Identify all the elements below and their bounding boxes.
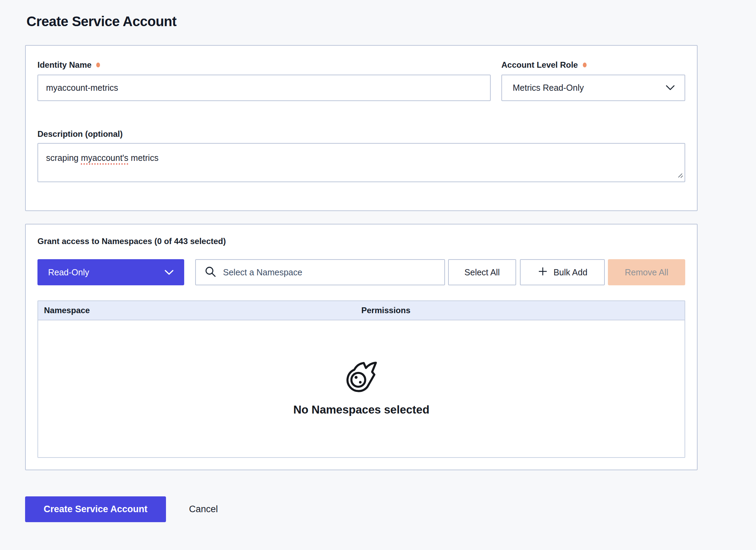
description-text: scraping	[46, 153, 81, 163]
identity-details-card: Identity Name Account Level Role Metrics…	[25, 45, 698, 211]
remove-all-button[interactable]: Remove All	[608, 259, 685, 285]
create-service-account-page: Create Service Account Identity Name Acc…	[0, 0, 756, 522]
chevron-down-icon	[164, 267, 174, 277]
namespace-search-box[interactable]	[195, 259, 445, 285]
namespace-access-card: Grant access to Namespaces (0 of 443 sel…	[25, 224, 698, 470]
role-filter-value: Read-Only	[48, 267, 89, 277]
description-misspelled-word: myaccount's	[81, 153, 128, 163]
description-textarea[interactable]: scraping myaccount's metrics	[37, 143, 685, 182]
account-level-role-label: Account Level Role	[501, 60, 685, 70]
namespace-controls-row: Read-Only Select All	[37, 259, 685, 285]
empty-state-text: No Namespaces selected	[293, 403, 429, 416]
description-text: metrics	[129, 153, 159, 163]
namespace-search-input[interactable]	[223, 267, 444, 277]
column-header-permissions: Permissions	[362, 306, 685, 315]
select-all-button[interactable]: Select All	[448, 259, 516, 285]
description-label: Description (optional)	[37, 129, 685, 139]
page-title: Create Service Account	[26, 14, 756, 29]
required-dot-icon	[96, 63, 100, 67]
account-level-role-value: Metrics Read-Only	[513, 83, 584, 93]
cancel-button[interactable]: Cancel	[189, 504, 218, 515]
account-level-role-select[interactable]: Metrics Read-Only	[501, 75, 685, 101]
identity-name-input[interactable]	[37, 75, 491, 101]
column-header-namespace: Namespace	[38, 306, 362, 315]
search-icon	[204, 266, 216, 279]
comet-icon	[346, 361, 377, 394]
role-filter-dropdown[interactable]: Read-Only	[37, 259, 184, 285]
create-service-account-button[interactable]: Create Service Account	[25, 496, 166, 522]
plus-icon	[537, 266, 548, 279]
chevron-down-icon	[666, 83, 675, 93]
account-level-role-field: Account Level Role Metrics Read-Only	[501, 60, 685, 101]
footer-actions: Create Service Account Cancel	[25, 496, 756, 522]
namespaces-table-empty-state: No Namespaces selected	[38, 320, 685, 457]
namespaces-table: Namespace Permissions No Namespaces sele…	[37, 300, 685, 458]
resize-handle-icon[interactable]	[678, 170, 683, 180]
identity-name-field: Identity Name	[37, 60, 491, 101]
required-dot-icon	[583, 63, 587, 67]
bulk-add-button[interactable]: Bulk Add	[520, 259, 605, 285]
identity-name-label: Identity Name	[37, 60, 491, 70]
namespaces-heading: Grant access to Namespaces (0 of 443 sel…	[37, 236, 685, 246]
namespaces-table-header: Namespace Permissions	[38, 301, 685, 320]
